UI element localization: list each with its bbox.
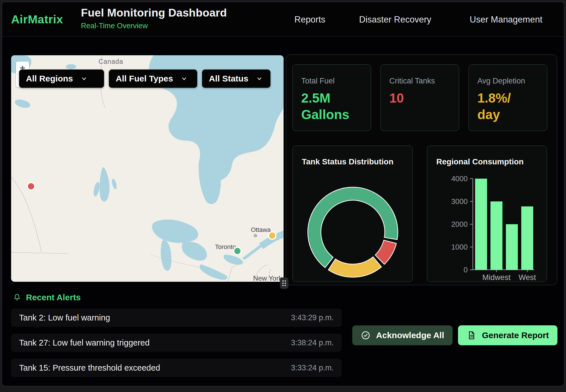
kpi-value: 10 [389,90,450,107]
fuel-map[interactable]: Canada Ottawa Toronto New York + − All R… [11,55,284,282]
generate-report-button[interactable]: Generate Report [458,325,557,345]
alert-row[interactable]: Tank 2: Low fuel warning 3:43:29 p.m. [11,309,342,327]
status-filter-dropdown[interactable]: All Status [202,70,270,88]
kpi-label: Critical Tanks [389,77,450,85]
fuel-type-filter-value: All Fuel Types [116,74,173,83]
stats-panel: Total Fuel 2.5M Gallons Critical Tanks 1… [286,54,557,285]
acknowledge-all-button[interactable]: Acknowledge All [352,325,453,345]
kpi-label: Total Fuel [301,77,362,85]
kpi-avg-depletion: Avg Depletion 1.8%/ day [469,64,547,131]
header: AirMatrix Fuel Monitoring Dashboard Real… [2,2,564,37]
kpi-critical-tanks: Critical Tanks 10 [380,64,459,131]
acknowledge-all-label: Acknowledge All [376,330,444,340]
app-logo: AirMatrix [11,13,63,26]
donut-segment-warning [328,257,381,277]
bar-0 [475,179,487,270]
alert-text: Tank 2: Low fuel warning [19,313,110,322]
page-title: Fuel Monitoring Dashboard [81,7,227,19]
y-tick-label: 3000 [451,197,468,206]
lake-huron [182,242,207,261]
recent-alerts-heading: Recent Alerts [13,293,81,302]
drag-dots-icon [280,277,288,289]
kpi-value: 2.5M Gallons [301,90,362,123]
tank-marker-warning[interactable] [268,232,276,239]
alert-time: 3:33:24 p.m. [291,364,334,372]
map-label-toronto: Toronto [215,243,236,250]
map-label-canada: Canada [99,58,123,65]
nav-disaster-recovery[interactable]: Disaster Recovery [359,15,431,25]
dashboard-window: AirMatrix Fuel Monitoring Dashboard Real… [2,2,564,386]
alert-row[interactable]: Tank 27: Low fuel warning triggered 3:38… [11,334,342,352]
lake-ontario [224,255,243,265]
map-label-new-york: New York [253,274,282,282]
lake-michigan [161,240,172,271]
chevron-down-icon [181,75,187,82]
tank-marker-normal[interactable] [234,247,241,255]
resize-drag-handle[interactable] [280,277,288,289]
chevron-down-icon [256,75,262,82]
map-label-ottawa: Ottawa [251,226,271,233]
bar-3 [521,207,533,270]
x-tick-label: Midwest [482,273,511,282]
alert-row[interactable]: Tank 15: Pressure threshold exceeded 3:3… [11,359,342,377]
kpi-label: Avg Depletion [477,77,538,85]
regional-consumption-bar-chart: 01000200030004000MidwestWest [427,146,547,282]
alert-time: 3:43:29 p.m. [291,313,334,322]
chevron-down-icon [81,75,87,82]
bar-1 [490,201,502,270]
alert-text: Tank 15: Pressure threshold exceeded [19,363,160,373]
lake-superior [152,220,198,243]
recent-alerts-title: Recent Alerts [26,293,81,302]
generate-report-label: Generate Report [482,330,549,340]
check-circle-icon [361,330,370,340]
y-tick-label: 2000 [451,220,468,228]
y-tick-label: 4000 [451,174,468,183]
page-subtitle: Real-Time Overview [81,21,227,30]
region-filter-dropdown[interactable]: All Regions [19,70,104,88]
title-block: Fuel Monitoring Dashboard Real-Time Over… [81,7,227,30]
kpi-value: 1.8%/ day [477,90,538,123]
alert-time: 3:38:24 p.m. [291,338,334,347]
lake-erie [199,265,227,280]
document-icon [467,330,476,340]
bell-icon [13,293,21,302]
tank-status-card: Tank Status Distribution [292,146,413,282]
y-tick-label: 0 [464,266,468,274]
nav-reports[interactable]: Reports [294,15,325,25]
map-water-shapes [11,55,284,280]
y-tick-label: 1000 [451,243,468,251]
map-filter-row: All Regions All Fuel Types All Status [19,70,270,88]
alert-text: Tank 27: Low fuel warning triggered [19,338,150,348]
map-canvas: Canada Ottawa Toronto New York [11,55,284,282]
x-tick-label: West [518,273,536,282]
tank-status-title: Tank Status Distribution [302,157,394,166]
donut-segment-critical [375,240,396,264]
nav-user-management[interactable]: User Management [470,15,542,25]
kpi-total-fuel: Total Fuel 2.5M Gallons [292,64,371,131]
james-bay [199,156,221,204]
status-filter-value: All Status [209,74,248,83]
lake-winnipeg [99,168,109,202]
tank-marker-critical[interactable] [27,183,35,190]
tank-status-donut-chart [305,185,400,280]
bar-2 [506,224,518,270]
regional-consumption-card: Regional Consumption 01000200030004000Mi… [427,146,547,282]
region-filter-value: All Regions [26,74,73,83]
fuel-type-filter-dropdown[interactable]: All Fuel Types [109,70,197,88]
